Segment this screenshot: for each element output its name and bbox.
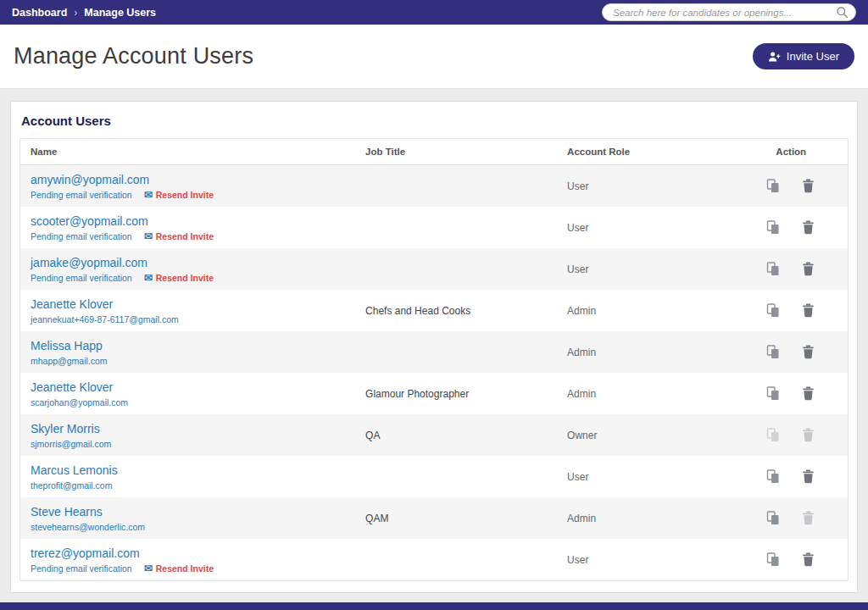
name-cell: Marcus Lemonis theprofit@gmail.com	[31, 463, 365, 491]
envelope-icon: ✉	[144, 190, 153, 200]
pending-verification-label: Pending email verification	[31, 231, 132, 241]
column-header-account-role: Account Role	[567, 147, 744, 157]
resend-invite-label: Resend Invite	[156, 190, 214, 200]
person-add-icon	[768, 51, 781, 63]
user-email: sjmorris@gmail.com	[31, 439, 111, 449]
resend-invite-link[interactable]: ✉ Resend Invite	[144, 273, 214, 283]
action-cell	[745, 262, 837, 276]
account-role: Admin	[567, 305, 744, 317]
table-row: amywin@yopmail.com Pending email verific…	[20, 165, 848, 207]
invite-user-button[interactable]: Invite User	[753, 43, 854, 69]
trash-icon[interactable]	[802, 345, 815, 359]
resend-invite-label: Resend Invite	[156, 273, 214, 283]
resend-invite-link[interactable]: ✉ Resend Invite	[144, 190, 214, 200]
table-row: Jeanette Klover scarjohan@yopmail.com Gl…	[20, 373, 848, 414]
table-row: Skyler Morris sjmorris@gmail.com QA Owne…	[20, 414, 848, 456]
name-cell: Skyler Morris sjmorris@gmail.com	[31, 421, 365, 449]
trash-icon[interactable]	[802, 469, 815, 484]
account-role: User	[567, 554, 744, 566]
job-title: Glamour Photographer	[365, 388, 567, 400]
copy-icon[interactable]	[766, 386, 780, 401]
user-email: jeannekuat+469-87-6117@gmail.com	[31, 314, 179, 324]
search-box	[602, 3, 856, 21]
trash-icon[interactable]	[802, 262, 815, 276]
table-row: jamake@yopmail.com Pending email verific…	[20, 248, 848, 290]
copy-icon	[766, 428, 780, 442]
resend-invite-label: Resend Invite	[156, 563, 214, 574]
topbar: Dashboard › Manage Users	[0, 0, 868, 25]
trash-icon[interactable]	[802, 303, 815, 318]
name-cell: jamake@yopmail.com Pending email verific…	[31, 255, 365, 283]
account-role: User	[567, 263, 744, 275]
pending-verification-label: Pending email verification	[31, 190, 132, 200]
account-role: Admin	[567, 347, 744, 358]
action-cell	[745, 511, 837, 525]
name-cell: amywin@yopmail.com Pending email verific…	[31, 172, 365, 200]
main-content: Account Users Name Job Title Account Rol…	[0, 89, 868, 602]
copy-icon[interactable]	[766, 552, 780, 567]
action-cell	[745, 386, 837, 401]
table-row: scooter@yopmail.com Pending email verifi…	[20, 207, 848, 248]
trash-icon[interactable]	[802, 220, 815, 235]
job-title: QAM	[365, 513, 567, 524]
job-title: QA	[365, 430, 567, 441]
user-email: mhapp@gmail.com	[31, 356, 108, 366]
search-input[interactable]	[602, 3, 856, 21]
user-name-link[interactable]: trerez@yopmail.com	[31, 546, 140, 560]
resend-invite-link[interactable]: ✉ Resend Invite	[144, 563, 214, 574]
account-role: User	[567, 471, 744, 483]
search-icon[interactable]	[836, 6, 849, 19]
user-name-link[interactable]: Jeanette Klover	[31, 380, 113, 394]
job-title: Chefs and Head Cooks	[365, 305, 567, 317]
column-header-action: Action	[745, 147, 837, 157]
breadcrumb-manage-users[interactable]: Manage Users	[84, 7, 156, 19]
action-cell	[745, 469, 837, 484]
user-name-link[interactable]: amywin@yopmail.com	[31, 173, 149, 186]
page: Dashboard › Manage Users Manage Account …	[0, 0, 868, 610]
trash-icon[interactable]	[802, 386, 815, 401]
table-row: Steve Hearns stevehearns@wonderlic.com Q…	[20, 497, 848, 539]
action-cell	[745, 303, 837, 318]
copy-icon[interactable]	[766, 345, 780, 359]
user-name-link[interactable]: Melissa Happ	[31, 339, 103, 352]
resend-invite-link[interactable]: ✉ Resend Invite	[144, 231, 214, 241]
trash-icon	[802, 511, 815, 525]
copy-icon[interactable]	[766, 179, 780, 193]
invite-user-label: Invite User	[787, 50, 839, 63]
column-header-job-title: Job Title	[365, 147, 567, 157]
page-header: Manage Account Users Invite User	[0, 25, 868, 89]
breadcrumb-separator-icon: ›	[74, 7, 77, 19]
action-cell	[745, 428, 837, 442]
user-name-link[interactable]: jamake@yopmail.com	[31, 256, 147, 269]
action-cell	[745, 220, 837, 235]
name-cell: Jeanette Klover scarjohan@yopmail.com	[31, 380, 365, 408]
name-cell: trerez@yopmail.com Pending email verific…	[31, 546, 365, 574]
name-cell: Jeanette Klover jeannekuat+469-87-6117@g…	[31, 297, 365, 324]
copy-icon[interactable]	[766, 511, 780, 525]
user-name-link[interactable]: Marcus Lemonis	[31, 463, 118, 477]
breadcrumb-dashboard[interactable]: Dashboard	[12, 7, 67, 19]
page-title: Manage Account Users	[14, 43, 253, 69]
copy-icon[interactable]	[766, 469, 780, 484]
name-cell: Steve Hearns stevehearns@wonderlic.com	[31, 504, 365, 532]
account-role: User	[567, 222, 744, 234]
copy-icon[interactable]	[766, 303, 780, 318]
user-name-link[interactable]: scooter@yopmail.com	[31, 214, 148, 228]
user-email: stevehearns@wonderlic.com	[31, 522, 145, 532]
table-row: Jeanette Klover jeannekuat+469-87-6117@g…	[20, 290, 848, 331]
trash-icon[interactable]	[802, 552, 815, 567]
account-role: Owner	[567, 430, 744, 441]
account-role: Admin	[567, 513, 744, 524]
action-cell	[745, 179, 837, 193]
envelope-icon: ✉	[144, 231, 153, 241]
user-name-link[interactable]: Steve Hearns	[31, 505, 103, 518]
action-cell	[745, 345, 837, 359]
copy-icon[interactable]	[766, 262, 780, 276]
user-name-link[interactable]: Skyler Morris	[31, 422, 100, 435]
account-users-panel: Account Users Name Job Title Account Rol…	[10, 101, 858, 593]
user-name-link[interactable]: Jeanette Klover	[31, 297, 113, 311]
trash-icon[interactable]	[802, 179, 815, 193]
copy-icon[interactable]	[766, 220, 780, 235]
name-cell: scooter@yopmail.com Pending email verifi…	[31, 214, 365, 241]
account-role: Admin	[567, 388, 744, 400]
